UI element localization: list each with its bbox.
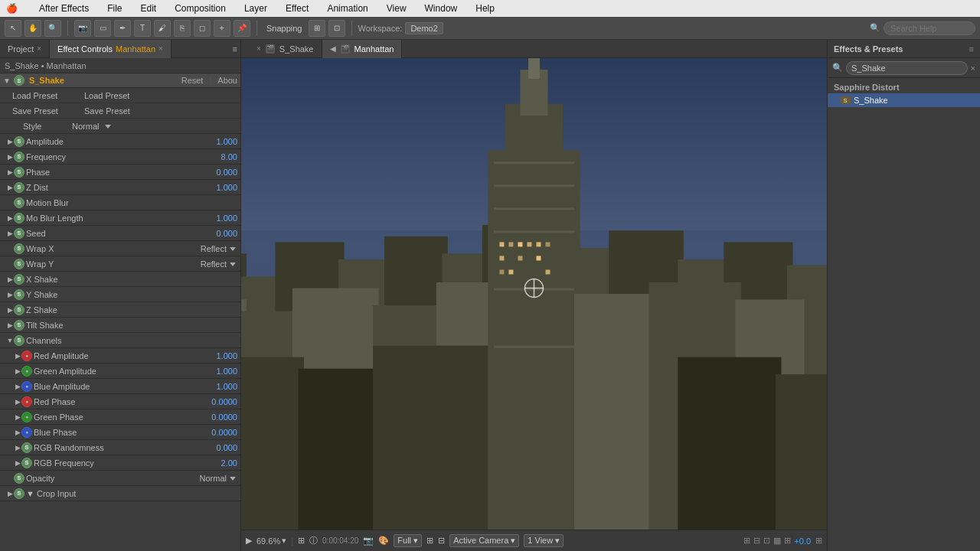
prop-green-amplitude[interactable]: ▶ ● Green Amplitude 1.000 (0, 364, 240, 379)
prop-blue-amplitude[interactable]: ▶ ● Blue Amplitude 1.000 (0, 379, 240, 394)
view-dropdown[interactable]: 1 View ▾ (524, 534, 564, 547)
rgb-rand-value[interactable]: 0.000 (199, 443, 237, 452)
red-amp-expand[interactable]: ▶ (14, 352, 21, 360)
opacity-dropdown[interactable]: Normal (200, 474, 237, 483)
nav-back[interactable]: ◀ (330, 44, 336, 53)
prop-green-phase[interactable]: ▶ ● Green Phase 0.0000 (0, 409, 240, 425)
blue-amp-expand[interactable]: ▶ (14, 383, 21, 390)
comp-tab-sshake[interactable]: × 🎬 S_Shake (249, 40, 322, 58)
load-preset-value[interactable]: Load Preset (84, 91, 129, 100)
toolbar-pen-tool[interactable]: ✒ (114, 20, 131, 37)
toolbar-camera-tool[interactable]: 📷 (74, 20, 91, 37)
zdist-value[interactable]: 1.000 (199, 183, 237, 192)
xshake-expand[interactable]: ▶ (6, 276, 14, 283)
camera-dropdown[interactable]: Active Camera ▾ (449, 534, 519, 547)
prop-zshake[interactable]: ▶ S Z Shake (0, 302, 240, 318)
prop-red-amplitude[interactable]: ▶ ● Red Amplitude 1.000 (0, 348, 240, 364)
prop-opacity[interactable]: ▶ S Opacity Normal (0, 471, 240, 486)
crop-expand[interactable]: ▶ (6, 490, 14, 497)
toggle-grid[interactable]: ⊞ (426, 536, 433, 546)
zshake-expand[interactable]: ▶ (6, 306, 14, 314)
effects-item-sshake[interactable]: S S_Shake (828, 93, 980, 107)
close-ec-tab[interactable]: × (158, 44, 163, 53)
maximize-icon[interactable]: ⊞ (815, 536, 822, 546)
rgb-freq-expand[interactable]: ▶ (14, 459, 21, 467)
menu-view[interactable]: View (384, 3, 410, 14)
prop-frequency[interactable]: ▶ S Frequency 8.00 (0, 149, 240, 165)
blue-phase-expand[interactable]: ▶ (14, 429, 21, 436)
effects-search-close[interactable]: × (971, 64, 975, 73)
menu-file[interactable]: File (104, 3, 125, 14)
toolbar-text-tool[interactable]: T (134, 20, 151, 37)
apple-menu[interactable]: 🍎 (6, 3, 18, 14)
reset-button[interactable]: Reset (181, 76, 204, 85)
prop-blue-phase[interactable]: ▶ ● Blue Phase 0.0000 (0, 425, 240, 440)
grid-icon[interactable]: ▦ (773, 536, 781, 546)
prop-yshake[interactable]: ▶ S Y Shake (0, 287, 240, 302)
menu-help[interactable]: Help (472, 3, 498, 14)
red-phase-expand[interactable]: ▶ (14, 398, 21, 406)
camera-icon[interactable]: 📷 (363, 536, 374, 546)
fit-button[interactable]: ⊞ (298, 536, 305, 546)
effects-search-input[interactable] (846, 61, 968, 75)
toolbar-zoom-tool[interactable]: 🔍 (44, 20, 61, 37)
blue-amp-value[interactable]: 1.000 (199, 382, 237, 391)
channels-expand[interactable]: ▼ (6, 337, 14, 344)
snap-icon[interactable]: ⊞ (784, 536, 791, 546)
frequency-value[interactable]: 8.00 (199, 152, 237, 161)
about-button[interactable]: Abou (217, 76, 237, 85)
help-search-input[interactable] (884, 21, 975, 35)
prop-red-phase[interactable]: ▶ ● Red Phase 0.0000 (0, 394, 240, 409)
snapping-toggle[interactable]: ⊞ (309, 20, 325, 37)
wrapx-dropdown[interactable]: Reflect (201, 244, 237, 253)
toolbar-select-tool[interactable]: ↖ (5, 20, 21, 37)
render-icon[interactable]: ⊡ (763, 536, 770, 546)
save-preset-value[interactable]: Save Preset (84, 106, 130, 116)
comp-viewer[interactable] (241, 58, 827, 530)
toolbar-eraser-tool[interactable]: ◻ (194, 20, 211, 37)
load-preset-row[interactable]: Load Preset Load Preset (0, 88, 240, 103)
menu-window[interactable]: Window (422, 3, 461, 14)
prop-wrapx[interactable]: ▶ S Wrap X Reflect (0, 241, 240, 256)
effects-group-sapphire[interactable]: Sapphire Distort (828, 81, 980, 93)
seed-value[interactable]: 0.000 (199, 229, 237, 238)
effects-panel-menu[interactable]: ≡ (969, 44, 974, 54)
panel-menu-btn[interactable]: ≡ (233, 44, 237, 54)
amplitude-expand[interactable]: ▶ (6, 138, 14, 145)
prop-tiltshake[interactable]: ▶ S Tilt Shake (0, 318, 240, 333)
rgb-rand-expand[interactable]: ▶ (14, 444, 21, 452)
prop-crop-input[interactable]: ▶ S ▼ Crop Input (0, 486, 240, 501)
prop-motionblur[interactable]: ▶ S Motion Blur (0, 195, 240, 210)
save-preset-row[interactable]: Save Preset Save Preset (0, 103, 240, 119)
phase-value[interactable]: 0.000 (199, 168, 237, 177)
toolbar-rect-tool[interactable]: ▭ (94, 20, 111, 37)
tiltshake-expand[interactable]: ▶ (6, 321, 14, 329)
prop-phase[interactable]: ▶ S Phase 0.000 (0, 165, 240, 180)
close-project-tab[interactable]: × (37, 44, 41, 53)
prop-wrapy[interactable]: ▶ S Wrap Y Reflect (0, 256, 240, 272)
toolbar-roto-tool[interactable]: ⌖ (214, 20, 230, 37)
prop-seed[interactable]: ▶ S Seed 0.000 (0, 226, 240, 241)
workspace-selector[interactable]: Demo2 (405, 22, 443, 34)
zdist-expand[interactable]: ▶ (6, 184, 14, 191)
toolbar-hand-tool[interactable]: ✋ (24, 20, 41, 37)
seed-expand[interactable]: ▶ (6, 230, 14, 237)
prop-zdist[interactable]: ▶ S Z Dist 1.000 (0, 180, 240, 195)
menu-composition[interactable]: Composition (172, 3, 229, 14)
snap-options[interactable]: ⊡ (328, 20, 345, 37)
menu-animation[interactable]: Animation (324, 3, 371, 14)
zoom-control[interactable]: 69.6% ▾ (256, 536, 286, 546)
amplitude-value[interactable]: 1.000 (199, 137, 237, 146)
menu-effect[interactable]: Effect (283, 3, 312, 14)
color-button[interactable]: 🎨 (378, 536, 389, 546)
prop-amplitude[interactable]: ▶ S Amplitude 1.000 (0, 134, 240, 149)
toolbar-clone-tool[interactable]: ⎘ (174, 20, 191, 37)
comp-tab-close-1[interactable]: × (256, 44, 261, 53)
phase-expand[interactable]: ▶ (6, 168, 14, 176)
prop-rgb-frequency[interactable]: ▶ S RGB Frequency 2.00 (0, 455, 240, 471)
prop-moblur[interactable]: ▶ S Mo Blur Length 1.000 (0, 210, 240, 226)
toolbar-puppet-tool[interactable]: 📌 (234, 20, 250, 37)
prop-channels[interactable]: ▼ S Channels (0, 333, 240, 348)
info-button[interactable]: ⓘ (309, 535, 318, 546)
quality-dropdown[interactable]: Full ▾ (394, 534, 422, 547)
